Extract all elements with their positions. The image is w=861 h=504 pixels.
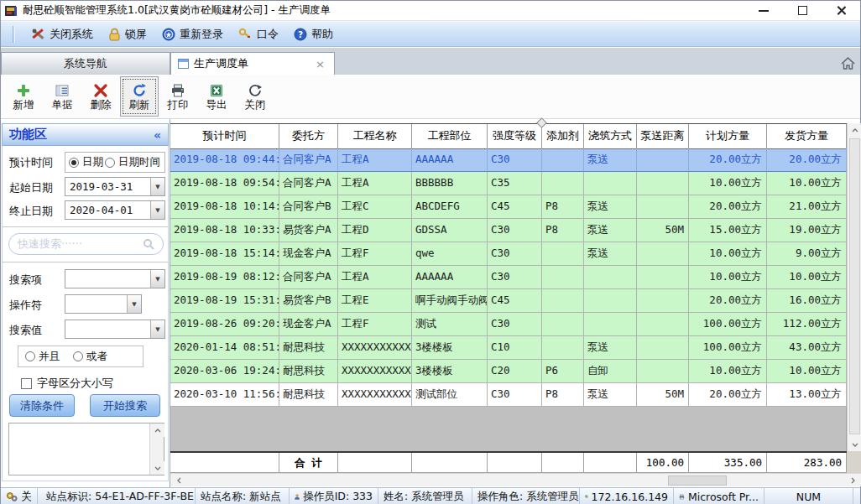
table-row[interactable]: 2019-08-26 09:20:41现金客户A工程F测试C30100.00立方… xyxy=(170,313,847,336)
scroll-up-icon[interactable] xyxy=(848,123,861,137)
column-header[interactable]: 预计时间 xyxy=(170,124,279,149)
status-printer-label: Microsoft Pr... xyxy=(688,491,759,503)
table-cell: 合同客户A xyxy=(279,266,338,289)
menu-close-system[interactable]: 关闭系统 xyxy=(23,24,101,44)
menu-lock-screen[interactable]: 锁屏 xyxy=(101,24,154,44)
collapse-sidebar-button[interactable]: « xyxy=(154,128,161,142)
maximize-button[interactable] xyxy=(783,1,822,20)
home-icon[interactable] xyxy=(840,56,856,70)
table-cell: 3楼楼板 xyxy=(412,360,488,383)
tab-production-dispatch[interactable]: 生产调度单 × xyxy=(170,52,335,75)
close-button[interactable] xyxy=(822,1,860,20)
tab-close-icon[interactable]: × xyxy=(313,58,327,70)
table-cell: C30 xyxy=(488,383,542,407)
table-cell xyxy=(584,266,637,289)
vertical-scrollbar[interactable] xyxy=(847,123,861,451)
table-row[interactable]: 2019-08-18 10:14:29合同客户B工程CABCDEFGC45P8泵… xyxy=(170,195,847,219)
start-search-button[interactable]: 开始搜索 xyxy=(90,394,160,417)
scroll-left-icon[interactable] xyxy=(172,474,186,487)
end-date-dropdown-icon[interactable]: ▼ xyxy=(150,201,164,219)
table-cell: 2020-03-06 19:24:52 xyxy=(170,360,279,383)
table-cell xyxy=(542,336,584,360)
table-cell xyxy=(542,289,584,313)
table-row[interactable]: 2020-03-06 19:24:52耐思科技XXXXXXXXXXX3楼楼板C2… xyxy=(170,360,847,383)
table-cell: 2020-03-10 11:56:04 xyxy=(170,383,279,407)
scroll-down-icon[interactable] xyxy=(848,438,861,451)
search-value-combobox[interactable]: ▼ xyxy=(65,320,165,339)
listbox-scrollbar[interactable] xyxy=(149,423,164,475)
start-date-dropdown-icon[interactable]: ▼ xyxy=(150,178,164,195)
start-date-label: 起始日期 xyxy=(9,180,53,195)
menu-lock-screen-label: 锁屏 xyxy=(125,27,147,42)
table-row[interactable]: 2019-08-19 15:31:01易货客户B工程E啊手动阀手动阀C4520.… xyxy=(170,289,847,313)
start-date-combobox[interactable]: 2019-03-31 ▼ xyxy=(65,177,165,196)
menu-help[interactable]: ? 帮助 xyxy=(286,24,341,44)
minimize-button[interactable] xyxy=(744,1,783,20)
column-header[interactable]: 计划方量 xyxy=(689,124,767,149)
search-value-label: 搜索值 xyxy=(9,323,42,338)
scroll-up-icon[interactable] xyxy=(150,423,164,437)
table-row[interactable]: 2020-01-14 08:51:57耐思科技XXXXXXXXXXX3楼楼板C1… xyxy=(170,336,847,360)
search-value-row: 搜索值 ▼ xyxy=(3,319,168,340)
export-excel-icon xyxy=(209,83,224,98)
export-button[interactable]: 导出 xyxy=(197,76,236,117)
table-row[interactable]: 2020-03-10 11:56:04耐思科技XXXXXXXXXXX测试部位C3… xyxy=(170,383,847,407)
table-cell: 100.00立方 xyxy=(689,313,767,336)
operator-row: 操作符 ▼ xyxy=(3,294,168,315)
delete-button[interactable]: 删除 xyxy=(81,76,120,117)
add-button[interactable]: 新增 xyxy=(4,76,43,117)
column-header[interactable]: 发货方量 xyxy=(767,124,847,149)
results-listbox[interactable] xyxy=(8,423,164,475)
search-field-combobox[interactable]: ▼ xyxy=(65,269,165,288)
column-header[interactable]: 泵送距离 xyxy=(637,124,689,149)
table-row[interactable]: 2019-08-18 15:14:01现金客户A工程FqweC30泵送10.00… xyxy=(170,242,847,266)
table-row[interactable]: 2019-08-18 09:54:46合同客户A工程ABBBBBBC3510.0… xyxy=(170,172,847,195)
column-header[interactable]: 工程部位 xyxy=(412,124,488,149)
operator-dropdown-icon[interactable]: ▼ xyxy=(127,295,141,313)
search-field-dropdown-icon[interactable]: ▼ xyxy=(150,270,164,288)
table-cell xyxy=(542,172,584,195)
column-header[interactable]: 添加剂 xyxy=(542,124,584,149)
case-sensitive-checkbox[interactable] xyxy=(21,378,32,389)
operator-combobox[interactable]: ▼ xyxy=(65,294,142,314)
end-date-combobox[interactable]: 2020-04-01 ▼ xyxy=(65,200,165,220)
column-header[interactable]: 委托方 xyxy=(279,124,338,149)
date-radio[interactable] xyxy=(69,158,79,168)
menu-toolbar: 关闭系统 锁屏 重新登录 口令 xyxy=(1,21,860,47)
action-toolbar: 新增 单据 删除 刷新 xyxy=(1,75,860,119)
table-row[interactable]: 2019-08-18 09:44:54合同客户A工程AAAAAAAC30泵送20… xyxy=(170,148,847,172)
horizontal-scroll-thumb[interactable] xyxy=(668,475,727,486)
tab-document-icon xyxy=(178,59,189,69)
table-cell: XXXXXXXXXXX xyxy=(338,383,412,407)
print-button[interactable]: 打印 xyxy=(159,76,197,117)
clear-conditions-button[interactable]: 清除条件 xyxy=(9,394,75,417)
tab-system-nav[interactable]: 系统导航 xyxy=(1,52,170,75)
horizontal-scrollbar[interactable] xyxy=(170,473,861,486)
summary-cell: 100.00 xyxy=(637,453,689,473)
quick-search-input[interactable]: 快速搜索······ xyxy=(8,233,164,255)
status-bar: 关 站点标识: 54-E1-AD-FF-3F-BE 站点名称: 新站点 操作员I… xyxy=(1,487,860,504)
vertical-scroll-thumb[interactable] xyxy=(849,138,860,434)
table-cell: P6 xyxy=(542,360,584,383)
table-cell: 工程D xyxy=(338,219,412,242)
column-header[interactable]: 浇筑方式 xyxy=(584,124,637,149)
close-view-button[interactable]: 关闭 xyxy=(236,76,274,117)
search-value-dropdown-icon[interactable]: ▼ xyxy=(150,320,164,338)
minimize-icon xyxy=(759,10,769,12)
status-station-id-label: 站点标识: 54-E1-AD-FF-3F-BE xyxy=(46,490,194,504)
column-header[interactable]: 工程名称 xyxy=(338,124,412,149)
and-radio[interactable] xyxy=(25,351,35,361)
menu-password[interactable]: 口令 xyxy=(231,24,286,44)
datetime-radio[interactable] xyxy=(105,158,115,168)
menu-relogin[interactable]: 重新登录 xyxy=(154,24,231,44)
table-row[interactable]: 2019-08-19 08:12:28合同客户A工程AAAAAAAC3010.0… xyxy=(170,266,847,289)
column-header[interactable]: 强度等级 xyxy=(488,124,542,149)
scroll-right-icon[interactable] xyxy=(846,474,860,487)
scroll-down-icon[interactable] xyxy=(150,461,164,475)
or-radio[interactable] xyxy=(73,351,83,361)
table-row[interactable]: 2019-08-18 10:33:07易货客户A工程DGDSSAC30P8泵送5… xyxy=(170,219,847,242)
document-button[interactable]: 单据 xyxy=(43,76,81,117)
summary-cell xyxy=(542,453,584,473)
end-date-value: 2020-04-01 xyxy=(65,204,150,216)
refresh-button[interactable]: 刷新 xyxy=(120,76,159,117)
